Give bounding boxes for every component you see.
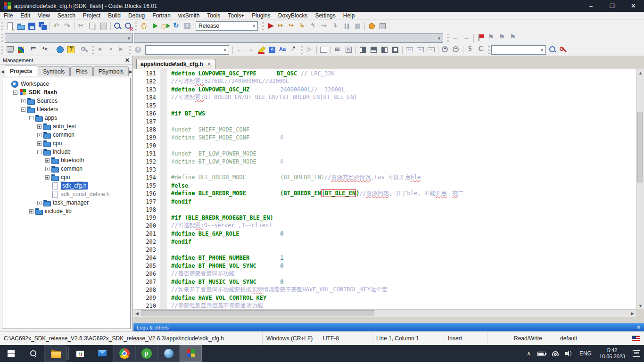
code-line-207[interactable]: 207#define BT_MUSIC_VOL_SYNC 0 bbox=[133, 278, 636, 286]
tray-chevron-icon[interactable]: ∧ bbox=[525, 350, 533, 357]
pointer-tool-icon[interactable] bbox=[305, 45, 314, 55]
code-line-203[interactable]: 203 bbox=[133, 246, 636, 254]
replace-icon[interactable] bbox=[124, 21, 133, 31]
scroll-down-icon[interactable]: ▼ bbox=[636, 302, 644, 309]
collapse-icon[interactable]: - bbox=[21, 107, 25, 112]
taskbar-clock[interactable]: 5:42 18.05.2023 bbox=[596, 347, 628, 360]
zoom-out-icon[interactable] bbox=[451, 45, 461, 55]
tree-item-task-manager[interactable]: +task_manager bbox=[2, 198, 130, 207]
step-into-instruction-icon[interactable] bbox=[331, 21, 341, 31]
menu-wxsmith[interactable]: wxSmith bbox=[174, 12, 203, 19]
tree-item-common[interactable]: +common bbox=[2, 165, 130, 173]
taskbar-app-microsoft-store[interactable] bbox=[69, 345, 91, 362]
editor-tab-sdk-cfg[interactable]: apps\include\sdk_cfg.h ✕ bbox=[136, 59, 215, 69]
expand-icon[interactable]: + bbox=[37, 201, 41, 205]
align-left-icon[interactable] bbox=[358, 45, 368, 55]
expand-icon[interactable]: + bbox=[29, 209, 33, 214]
incremental-search-input[interactable] bbox=[145, 45, 229, 55]
jump-forward-icon[interactable] bbox=[117, 45, 127, 55]
code-line-181[interactable]: 181#define LOWPOWER_OSC_TYPE BT_OSC // L… bbox=[133, 69, 636, 77]
wifi-icon[interactable] bbox=[550, 351, 561, 356]
run-icon[interactable] bbox=[150, 21, 160, 31]
expand-icon[interactable]: + bbox=[45, 167, 50, 171]
horizontal-scrollbar[interactable]: ◀ ▶ bbox=[133, 309, 636, 317]
code-line-201[interactable]: 201#define BLE_GAP_ROLE 0 bbox=[133, 230, 636, 238]
code-line-202[interactable]: 202#endif bbox=[133, 238, 636, 246]
tree-item-include[interactable]: -include bbox=[2, 148, 130, 156]
undo-icon[interactable] bbox=[52, 21, 62, 31]
taskbar-app-media-player[interactable] bbox=[157, 345, 180, 362]
prev-bookmark-icon[interactable] bbox=[487, 33, 496, 43]
border-left-icon[interactable] bbox=[405, 45, 414, 55]
jump-point-icon[interactable] bbox=[107, 45, 116, 55]
symbol-search-input[interactable] bbox=[491, 45, 546, 55]
menu-build[interactable]: Build bbox=[104, 12, 124, 19]
tree-item-include-lib[interactable]: +include_lib bbox=[2, 207, 130, 215]
selected-text-icon[interactable] bbox=[267, 45, 277, 55]
menu-plugins[interactable]: Plugins bbox=[248, 12, 274, 19]
start-button[interactable] bbox=[0, 345, 22, 362]
taskbar-app-codeblocks[interactable] bbox=[180, 345, 202, 362]
toolbar-gripper[interactable] bbox=[488, 46, 490, 54]
scroll-right-icon[interactable]: ▶ bbox=[629, 310, 636, 317]
code-line-190[interactable]: 190 bbox=[133, 141, 636, 149]
tab-fsymbols[interactable]: FSymbols bbox=[93, 66, 129, 76]
code-line-188[interactable]: 188#undef SNIFF_MODE_CONF bbox=[133, 125, 636, 133]
align-fill-icon[interactable] bbox=[390, 45, 400, 55]
next-bookmark-icon[interactable] bbox=[497, 33, 507, 43]
code-line-183[interactable]: 183#define LOWPOWER_OSC_HZ 24000000L// 3… bbox=[133, 85, 636, 93]
language-indicator[interactable]: ENG bbox=[578, 350, 594, 357]
code-line-187[interactable]: 187 bbox=[133, 117, 636, 125]
redo-icon[interactable] bbox=[63, 21, 73, 31]
tabs-scroll-left-icon[interactable]: ◀ bbox=[1, 67, 4, 76]
expand-icon[interactable]: + bbox=[21, 99, 25, 103]
cut-icon[interactable] bbox=[77, 21, 87, 31]
window-tool-icon[interactable] bbox=[319, 45, 329, 55]
tree-item-sdk-cfg-h[interactable]: sdk_cfg.h bbox=[2, 181, 130, 190]
clear-bookmarks-icon[interactable] bbox=[508, 33, 518, 43]
menu-project[interactable]: Project bbox=[79, 12, 104, 19]
taskbar-app-mail[interactable] bbox=[91, 345, 113, 362]
step-into-icon[interactable] bbox=[298, 21, 308, 31]
tree-item-bluetooth[interactable]: +bluetooth bbox=[2, 156, 130, 165]
tab-projects[interactable]: Projects bbox=[5, 66, 37, 76]
scroll-up-icon[interactable]: ▲ bbox=[636, 69, 644, 76]
abort-build-icon[interactable] bbox=[182, 21, 192, 31]
menu-doxyblocks[interactable]: DoxyBlocks bbox=[274, 12, 312, 19]
expand-icon[interactable]: + bbox=[37, 124, 41, 129]
horizontal-scrollbar-thumb[interactable] bbox=[141, 310, 374, 316]
step-out-icon[interactable] bbox=[309, 21, 319, 31]
menu-debug[interactable]: Debug bbox=[124, 12, 149, 19]
message-tool-icon[interactable] bbox=[333, 45, 343, 55]
zoom-in-icon[interactable] bbox=[440, 45, 450, 55]
new-file-icon[interactable] bbox=[5, 21, 15, 31]
scroll-left-icon[interactable]: ◀ bbox=[133, 310, 140, 317]
clear-search-icon[interactable] bbox=[133, 45, 143, 55]
code-line-193[interactable]: 193 bbox=[133, 165, 636, 173]
border-expand-icon[interactable] bbox=[415, 45, 425, 55]
code-line-199[interactable]: 199#if (BLE_BREDR_MODE&BT_BLE_EN) bbox=[133, 214, 636, 222]
align-right-icon[interactable] bbox=[380, 45, 389, 55]
tab-symbols[interactable]: Symbols bbox=[38, 66, 70, 76]
taskbar-search-button[interactable] bbox=[22, 345, 44, 362]
code-line-195[interactable]: 195#else bbox=[133, 181, 636, 189]
search-next-icon[interactable] bbox=[246, 45, 256, 55]
code-completion-function-select[interactable] bbox=[134, 33, 443, 43]
find-icon[interactable] bbox=[113, 21, 123, 31]
code-line-191[interactable]: 191#undef BT_LOW_POWER_MODE bbox=[133, 149, 636, 157]
menu-file[interactable]: File bbox=[0, 12, 17, 19]
save-all-icon[interactable] bbox=[38, 21, 48, 31]
code-line-197[interactable]: 197#endif bbox=[133, 197, 636, 206]
toolbar-gripper[interactable] bbox=[1, 34, 3, 42]
toggle-bookmark-icon[interactable] bbox=[476, 33, 486, 43]
volume-icon[interactable]: ) bbox=[563, 351, 575, 356]
paste-icon[interactable] bbox=[99, 21, 108, 31]
menu-tools-[interactable]: Tools+ bbox=[224, 12, 248, 19]
toolbar-gripper[interactable] bbox=[135, 22, 137, 30]
doxywizard-icon[interactable] bbox=[16, 45, 26, 55]
code-line-200[interactable]: 200//可选配置:0--server ,1--client bbox=[133, 222, 636, 230]
debugging-windows-icon[interactable] bbox=[367, 21, 377, 31]
search-projects-icon[interactable] bbox=[548, 45, 558, 55]
code-line-185[interactable]: 185 bbox=[133, 101, 636, 109]
code-line-205[interactable]: 205#define BT_PHONE_VOL_SYNC 0 bbox=[133, 262, 636, 270]
